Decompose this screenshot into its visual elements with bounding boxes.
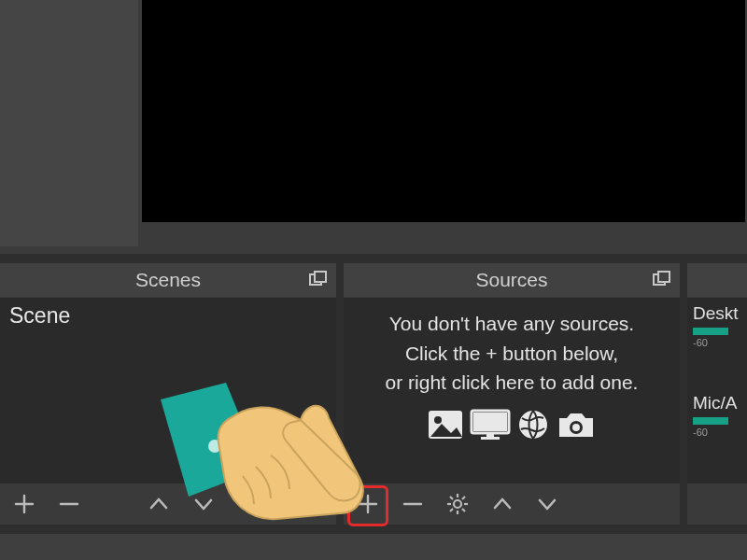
svg-rect-7 bbox=[473, 413, 507, 431]
bottom-strip bbox=[0, 534, 747, 560]
sources-body[interactable]: You don't have any sources. Click the + … bbox=[344, 298, 680, 483]
panel-sources: Sources You don't have any sources. Clic… bbox=[344, 263, 680, 525]
mixer-body[interactable]: Deskt -60 Mic/A -60 bbox=[687, 298, 747, 483]
scene-down-button[interactable] bbox=[190, 491, 217, 517]
svg-rect-1 bbox=[315, 272, 326, 282]
source-properties-button[interactable] bbox=[444, 491, 471, 517]
svg-rect-3 bbox=[658, 272, 669, 282]
sources-title: Sources bbox=[475, 269, 547, 291]
svg-line-19 bbox=[462, 509, 465, 511]
scenes-toolbar bbox=[0, 483, 336, 525]
camera-icon bbox=[556, 409, 597, 441]
svg-line-18 bbox=[450, 497, 453, 499]
popout-icon[interactable] bbox=[308, 269, 329, 289]
h-divider bbox=[0, 254, 747, 261]
source-up-button[interactable] bbox=[489, 491, 515, 517]
sources-header: Sources bbox=[344, 263, 680, 298]
sources-empty-line2: Click the + button below, bbox=[353, 339, 670, 369]
panel-mixer: Deskt -60 Mic/A -60 bbox=[687, 263, 747, 525]
svg-line-21 bbox=[462, 497, 465, 499]
svg-point-10 bbox=[519, 411, 547, 439]
mixer-item-label: Deskt bbox=[693, 303, 739, 324]
sources-empty-icons bbox=[344, 409, 680, 441]
remove-source-button[interactable] bbox=[400, 491, 426, 517]
popout-icon[interactable] bbox=[652, 269, 672, 289]
panel-scenes: Scenes Scene bbox=[0, 263, 336, 525]
mixer-header bbox=[687, 263, 747, 298]
svg-rect-9 bbox=[481, 437, 500, 440]
scenes-title: Scenes bbox=[135, 269, 201, 291]
globe-icon bbox=[516, 409, 550, 441]
preview-canvas[interactable] bbox=[142, 0, 745, 222]
svg-point-5 bbox=[434, 416, 442, 424]
mixer-item-label: Mic/A bbox=[693, 393, 738, 413]
svg-point-12 bbox=[572, 424, 580, 431]
scenes-header: Scenes bbox=[0, 263, 336, 298]
source-down-button[interactable] bbox=[534, 491, 560, 517]
image-icon bbox=[427, 409, 464, 441]
svg-rect-8 bbox=[486, 433, 494, 437]
sources-empty-line3: or right click here to add one. bbox=[353, 368, 670, 398]
monitor-icon bbox=[470, 409, 511, 441]
svg-point-13 bbox=[454, 500, 461, 508]
scenes-list[interactable]: Scene bbox=[0, 298, 336, 483]
svg-line-20 bbox=[450, 509, 453, 511]
sources-toolbar bbox=[344, 483, 680, 525]
mixer-meter bbox=[693, 417, 743, 425]
mixer-db: -60 bbox=[693, 427, 708, 438]
upper-side-panel bbox=[0, 0, 138, 246]
mixer-meter bbox=[693, 328, 743, 335]
sources-empty-line1: You don't have any sources. bbox=[353, 309, 670, 339]
scene-up-button[interactable] bbox=[146, 491, 172, 517]
scene-item[interactable]: Scene bbox=[0, 298, 336, 334]
add-source-button[interactable] bbox=[355, 491, 381, 517]
mixer-db: -60 bbox=[693, 337, 708, 348]
sources-empty-text: You don't have any sources. Click the + … bbox=[344, 298, 680, 401]
mixer-toolbar bbox=[687, 483, 747, 525]
add-scene-button[interactable] bbox=[11, 491, 37, 517]
upper-area bbox=[0, 0, 747, 254]
remove-scene-button[interactable] bbox=[56, 491, 82, 517]
